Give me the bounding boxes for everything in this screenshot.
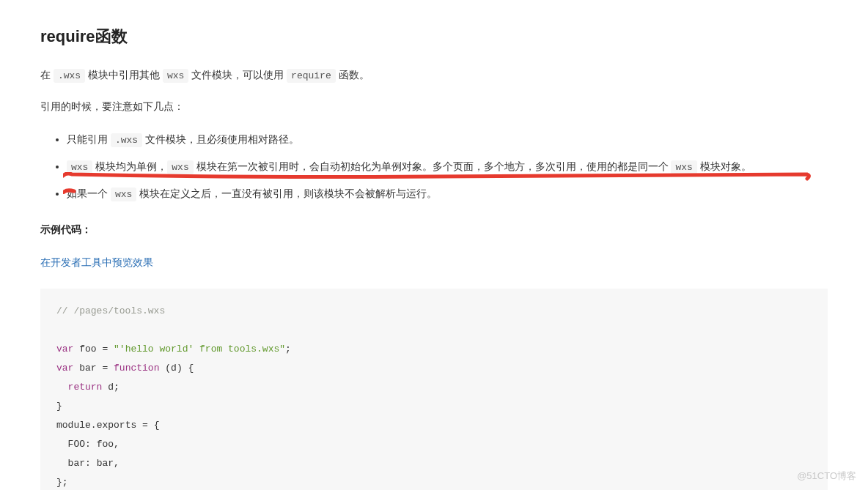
code-punct: , [114,439,119,450]
code-ident: bar [97,458,114,469]
code-inline-wxs: wxs [167,160,193,174]
list-item: 如果一个 wxs 模块在定义之后，一直没有被引用，则该模块不会被解析与运行。 [67,183,828,204]
code-inline-wxs: wxs [163,69,188,83]
text-segment: 只能引用 [67,133,111,145]
text-segment: 模块在第一次被引用时，会自动初始化为单例对象。多个页面，多个地方，多次引用，使用… [194,160,672,172]
code-punct: , [114,458,119,469]
code-ident: module [56,420,91,431]
code-inline-wxs: .wxs [111,133,142,147]
code-inline-require: require [287,69,336,83]
code-inline-wxs: wxs [67,160,92,174]
text-segment: 函数。 [336,69,369,81]
code-ident: d [171,363,177,374]
intro-paragraph-1: 在 .wxs 模块中引用其他 wxs 文件模块，可以使用 require 函数。 [40,66,828,84]
code-punct: ; [114,382,119,393]
code-inline-wxs: wxs [671,160,696,174]
text-segment: 模块在定义之后，一直没有被引用，则该模块不会被解析与运行。 [136,188,437,199]
code-punct: = [97,363,114,374]
code-punct: } [56,477,62,488]
list-item: wxs 模块均为单例，wxs 模块在第一次被引用时，会自动初始化为单例对象。多个… [67,156,828,177]
code-punct: ) [177,363,183,374]
code-punct: ; [285,344,291,354]
code-ident: exports [97,420,137,431]
code-block: // /pages/tools.wxs var foo = "'hello wo… [40,289,828,490]
code-ident: bar [68,458,85,469]
code-punct: . [91,420,97,431]
code-inline-wxs: wxs [111,188,136,201]
code-punct: { [154,420,160,431]
code-ident: d [108,382,114,393]
intro-paragraph-2: 引用的时候，要注意如下几点： [40,97,828,116]
bullet-list: 只能引用 .wxs 文件模块，且必须使用相对路径。 wxs 模块均为单例，wxs… [40,129,828,204]
code-ident: bar [79,363,96,374]
code-punct: : [85,458,97,469]
code-punct: ; [62,477,68,488]
code-punct: { [188,363,194,374]
code-keyword: function [114,363,159,374]
code-punct: ( [165,363,171,374]
text-segment: 在 [40,69,54,81]
code-punct: : [85,439,97,450]
code-ident: foo [79,344,96,354]
list-item: 只能引用 .wxs 文件模块，且必须使用相对路径。 [67,129,828,150]
code-punct: } [56,401,62,412]
code-ident: FOO [68,439,85,450]
watermark-text: @51CTO博客 [797,467,856,484]
code-keyword: var [56,363,73,374]
text-segment: 文件模块，可以使用 [188,69,287,81]
section-heading: require函数 [40,22,828,51]
code-punct: = [97,344,114,354]
example-code-label: 示例代码： [40,220,828,239]
code-inline-wxs: .wxs [54,69,85,83]
code-string: "'hello world' from tools.wxs" [114,344,285,354]
text-segment: 模块中引用其他 [85,69,163,81]
code-indent [56,439,68,450]
code-comment: // /pages/tools.wxs [56,305,165,316]
code-keyword: var [56,344,73,354]
code-indent [56,458,68,469]
code-punct: = [136,420,153,431]
code-keyword: return [68,382,103,393]
preview-link[interactable]: 在开发者工具中预览效果 [40,253,153,272]
text-segment: 模块对象。 [697,160,751,172]
code-indent [56,382,68,393]
code-ident: foo [97,439,114,450]
text-segment: 文件模块，且必须使用相对路径。 [142,133,299,145]
text-segment: 如果一个 [67,188,111,199]
text-segment: 模块均为单例， [92,160,167,172]
